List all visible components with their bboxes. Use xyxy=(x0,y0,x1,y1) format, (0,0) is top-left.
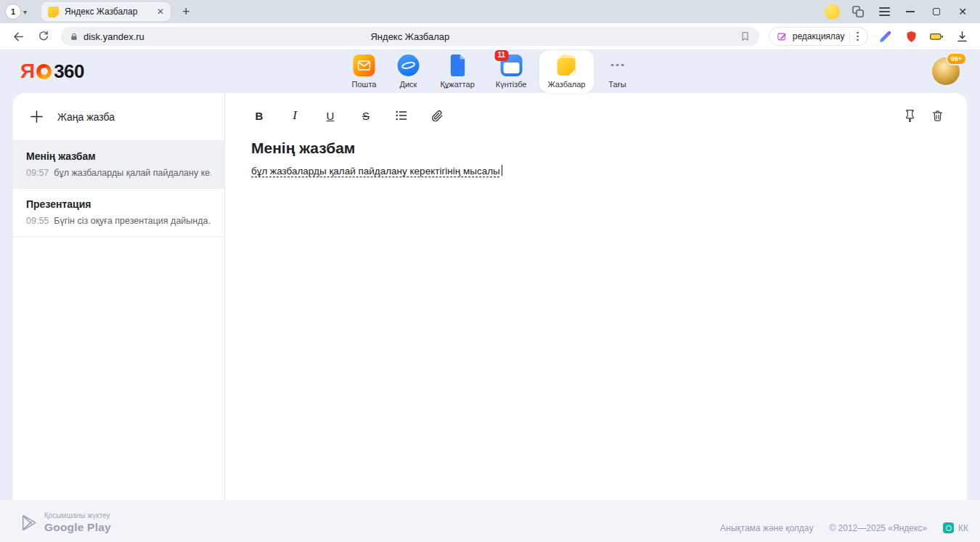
language-label: КК xyxy=(958,523,968,533)
reload-icon xyxy=(37,30,50,43)
plus-icon xyxy=(29,109,44,124)
tab-group-count-badge: 1 xyxy=(6,4,20,19)
italic-button[interactable]: I xyxy=(287,108,303,124)
nav-label-more: Тағы xyxy=(608,80,626,89)
note-list-item[interactable]: Презентация 09:55 Бүгін сіз оқуға презен… xyxy=(13,189,224,237)
downloads-button[interactable] xyxy=(954,28,970,44)
new-tab-button[interactable]: + xyxy=(176,5,196,18)
logo-ya-letter: Я xyxy=(20,60,34,83)
tab-panels-button[interactable] xyxy=(846,2,870,21)
hamburger-icon xyxy=(879,7,890,15)
nav-item-documents[interactable]: Құжаттар xyxy=(431,50,483,93)
page-footer: Қосымшаны жүктеу Google Play Анықтама жә… xyxy=(0,500,980,542)
reload-button[interactable] xyxy=(36,28,52,44)
underline-button[interactable]: U xyxy=(322,108,338,124)
smiley-avatar-icon xyxy=(825,4,840,20)
nav-item-mail[interactable]: Пошта xyxy=(343,50,385,93)
nav-label-disk: Диск xyxy=(399,80,417,89)
pin-icon xyxy=(903,109,917,123)
google-play-label: Google Play xyxy=(44,521,111,534)
browser-tab-active[interactable]: Яндекс Жазбалар ✕ xyxy=(41,2,171,21)
close-icon: ✕ xyxy=(958,6,967,17)
nav-item-notes[interactable]: Жазбалар xyxy=(539,50,594,93)
disk-icon xyxy=(397,54,419,76)
edit-chip-label: редакциялау xyxy=(793,31,845,41)
more-ellipsis-icon xyxy=(606,54,628,76)
yandex360-header: Я 360 Пошта xyxy=(0,49,980,93)
notification-count-badge: 99+ xyxy=(946,52,967,65)
window-close-button[interactable]: ✕ xyxy=(951,2,974,21)
window-minimize-button[interactable] xyxy=(899,2,922,21)
profile-emoji-button[interactable] xyxy=(820,2,844,21)
edit-pencil-icon xyxy=(777,31,788,42)
trash-icon xyxy=(931,109,944,123)
calendar-unread-badge: 11 xyxy=(494,50,509,61)
panels-icon xyxy=(851,4,865,19)
notes-app-card: Жаңа жазба Менің жазбам 09:57 бұл жазбал… xyxy=(13,93,967,500)
tab-close-icon[interactable]: ✕ xyxy=(157,7,164,17)
chip-divider xyxy=(849,31,850,42)
battery-icon xyxy=(928,29,944,44)
note-item-preview: Бүгін сіз оқуға презентация дайында... xyxy=(54,216,211,226)
note-item-title: Презентация xyxy=(26,198,211,210)
text-cursor xyxy=(502,165,502,176)
language-icon xyxy=(943,522,954,533)
nav-item-disk[interactable]: Диск xyxy=(388,50,428,93)
browser-menu-button[interactable] xyxy=(873,2,896,21)
address-bar[interactable]: disk.yandex.ru Яндекс Жазбалар xyxy=(61,27,759,46)
attach-file-button[interactable] xyxy=(429,108,445,124)
protect-button[interactable] xyxy=(903,28,919,44)
bold-button[interactable]: B xyxy=(251,108,267,124)
note-editor: B I U S xyxy=(225,93,967,500)
chip-kebab-menu[interactable] xyxy=(855,31,860,43)
battery-button[interactable] xyxy=(928,28,944,44)
lock-icon xyxy=(70,32,78,41)
account-avatar-wrap: 99+ xyxy=(932,57,960,85)
new-note-button[interactable]: Жаңа жазба xyxy=(13,93,224,141)
download-icon xyxy=(955,30,969,44)
bullet-list-button[interactable] xyxy=(393,108,409,124)
google-play-icon xyxy=(19,514,37,532)
google-play-caption: Қосымшаны жүктеу xyxy=(44,511,111,519)
note-body-text: бұл жазбаларды қалай пайдалану керектігі… xyxy=(251,166,500,177)
strikethrough-button[interactable]: S xyxy=(358,108,374,124)
nav-item-more[interactable]: Тағы xyxy=(597,50,637,93)
bookmark-flag-icon xyxy=(740,31,751,42)
window-maximize-button[interactable] xyxy=(925,2,948,21)
notes-icon xyxy=(555,54,577,76)
help-support-link[interactable]: Анықтама және қолдау xyxy=(720,523,813,533)
shield-icon xyxy=(905,30,918,44)
documents-icon xyxy=(448,54,467,76)
language-switcher[interactable]: КК xyxy=(943,522,968,533)
bullet-list-icon xyxy=(394,108,409,123)
tab-group-indicator[interactable]: 1 ▾ xyxy=(6,4,27,19)
pin-note-button[interactable] xyxy=(902,108,918,124)
back-button[interactable] xyxy=(10,28,26,44)
google-play-link[interactable]: Қосымшаны жүктеу Google Play xyxy=(19,511,111,535)
tab-title: Яндекс Жазбалар xyxy=(65,7,151,17)
note-title-field[interactable]: Менің жазбам xyxy=(251,139,945,157)
pen-tool-button[interactable] xyxy=(878,28,894,44)
bookmark-button[interactable] xyxy=(740,31,751,42)
nav-label-notes: Жазбалар xyxy=(547,80,585,89)
editor-toolbar: B I U S xyxy=(251,103,945,128)
nav-label-mail: Пошта xyxy=(352,80,377,89)
note-list-item[interactable]: Менің жазбам 09:57 бұл жазбаларды қалай … xyxy=(13,141,224,189)
note-item-time: 09:57 xyxy=(26,168,49,178)
logo-360-text: 360 xyxy=(54,60,84,83)
note-item-time: 09:55 xyxy=(26,216,49,226)
note-body-field[interactable]: бұл жазбаларды қалай пайдалану керектігі… xyxy=(251,165,945,177)
yandex360-logo[interactable]: Я 360 xyxy=(20,60,84,83)
chevron-down-icon: ▾ xyxy=(23,8,27,16)
mail-icon xyxy=(353,54,375,76)
nav-item-calendar[interactable]: 11 Күнтізбе xyxy=(487,50,536,93)
url-text: disk.yandex.ru xyxy=(83,31,144,42)
new-note-label: Жаңа жазба xyxy=(57,111,115,123)
minimize-icon xyxy=(906,11,915,12)
edit-mode-chip[interactable]: редакциялау xyxy=(769,27,868,46)
tabbar-right-controls: ✕ xyxy=(820,2,974,21)
note-item-title: Менің жазбам xyxy=(26,150,211,162)
delete-note-button[interactable] xyxy=(929,108,945,124)
copyright-text: © 2012—2025 «Яндекс» xyxy=(829,523,927,533)
notes-favicon-icon xyxy=(48,7,59,17)
